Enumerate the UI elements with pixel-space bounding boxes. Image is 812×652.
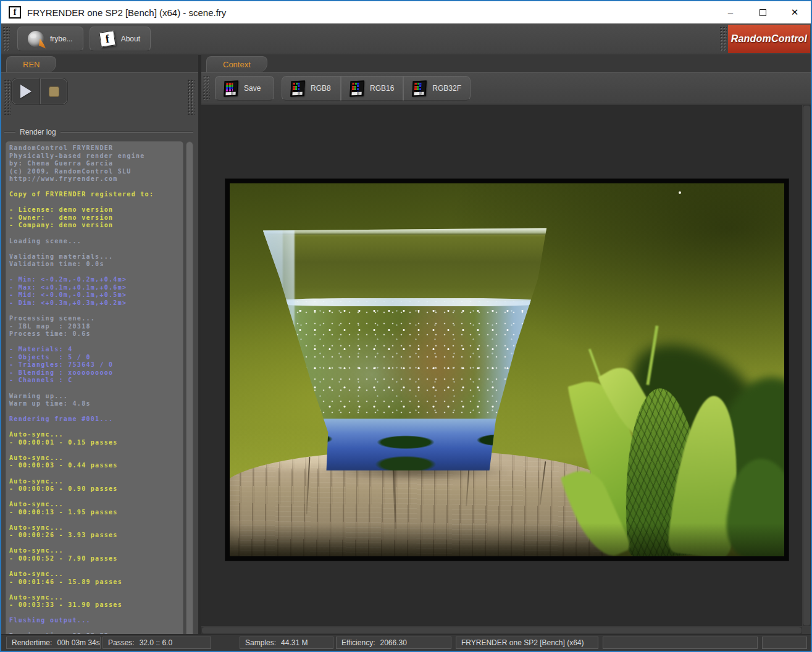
save-image-icon — [224, 80, 238, 96]
title-bar[interactable]: f FRYRENDER one SP2 [Bench] (x64) - scen… — [1, 1, 811, 23]
log-line: Loading scene... — [9, 238, 183, 246]
scrollbar-thumb[interactable] — [803, 106, 810, 625]
glass-upper — [263, 228, 548, 304]
maximize-icon — [760, 9, 766, 16]
rgb8-button[interactable]: RGB8 — [282, 76, 341, 101]
maximize-button[interactable] — [747, 1, 779, 23]
render-viewport[interactable] — [201, 105, 802, 626]
log-line: - 00:00:13 - 1.95 passes — [9, 509, 183, 517]
render-transport — [11, 78, 68, 105]
status-passes: Passes: 32.0 :: 6.0 — [103, 637, 211, 649]
log-line — [9, 625, 183, 633]
viewport-vertical-scrollbar[interactable] — [803, 105, 811, 626]
log-line — [9, 424, 183, 432]
stop-icon — [49, 86, 59, 97]
log-line: - 00:01:46 - 15.89 passes — [9, 579, 183, 587]
context-toolbar: Save RGB8 RGB16 RGB32F — [201, 72, 811, 104]
log-line: Flushing output... — [9, 617, 183, 625]
close-button[interactable]: ✕ — [779, 1, 811, 23]
logo-gripper[interactable] — [719, 26, 727, 51]
context-tabstrip: Context — [201, 55, 811, 72]
app-icon: f — [9, 6, 21, 19]
log-line: Auto-sync... — [9, 431, 183, 439]
log-line: - Dim: <+0.3m,+0.3m,+0.2m> — [9, 299, 183, 307]
status-samples: Samples: 44.31 M — [240, 637, 333, 649]
log-line: - Company: demo version — [9, 222, 183, 230]
render-panel: REN Render log RandomControl FRYRENDERPh… — [1, 55, 198, 634]
about-button[interactable]: f About — [90, 27, 151, 51]
status-efficiency: Efficiency: 2066.30 — [336, 637, 451, 649]
log-line: - Max: <+0.1m,+0.1m,+0.6m> — [9, 284, 183, 292]
dust-speck — [679, 191, 681, 194]
tab-ren[interactable]: REN — [6, 56, 56, 72]
right-gripper[interactable] — [187, 79, 195, 115]
log-line: Validating materials... — [9, 253, 183, 261]
scrollbar-thumb[interactable] — [186, 141, 193, 642]
log-line: Auto-sync... — [9, 547, 183, 555]
rgb8-label: RGB8 — [311, 84, 331, 93]
log-line: - Min: <-0.2m,-0.2m,+0.4m> — [9, 276, 183, 284]
log-line: - 00:00:03 - 0.44 passes — [9, 462, 183, 470]
main-area: REN Render log RandomControl FRYRENDERPh… — [1, 55, 811, 634]
log-line: Auto-sync... — [9, 524, 183, 532]
log-line — [9, 563, 183, 571]
scrollbar-thumb[interactable] — [202, 627, 802, 633]
log-line: RandomControl FRYRENDER — [9, 144, 183, 153]
log-line: Auto-sync... — [9, 594, 183, 602]
render-log[interactable]: RandomControl FRYRENDERPhysically-based … — [5, 141, 184, 642]
about-label: About — [121, 35, 140, 43]
rgb16-label: RGB16 — [370, 84, 394, 93]
render-log-label: Render log — [15, 128, 61, 136]
frybender-label: frybe... — [50, 35, 73, 43]
status-rendertime: Rendertime: 00h 03m 34s — [6, 637, 101, 649]
rgb-film-icon — [412, 80, 427, 96]
toolbar-gripper[interactable] — [2, 26, 10, 51]
log-line: by: Chema Guerra Garcia — [9, 160, 183, 168]
log-line: - Owner: demo version — [9, 214, 183, 222]
log-line: - Mid: <-0.0m,-0.1m,+0.5m> — [9, 291, 183, 299]
window-title: FRYRENDER one SP2 [Bench] (x64) - scene.… — [27, 7, 226, 18]
log-line — [9, 269, 183, 277]
log-line: Processing scene... — [9, 315, 183, 323]
context-toolbar-gripper[interactable] — [203, 75, 210, 101]
viewport-horizontal-scrollbar[interactable] — [201, 627, 802, 634]
log-line: Auto-sync... — [9, 570, 183, 579]
render-stop-button[interactable] — [40, 78, 67, 104]
log-line — [9, 493, 183, 501]
log-line: - 00:00:06 - 0.90 passes — [9, 485, 183, 493]
log-line: Auto-sync... — [9, 478, 183, 486]
frybender-button[interactable]: frybe... — [17, 27, 83, 51]
log-line — [9, 338, 183, 346]
status-empty — [762, 637, 807, 649]
log-line — [9, 586, 183, 594]
glass-rim — [263, 228, 548, 234]
log-line — [9, 385, 183, 393]
save-button[interactable]: Save — [215, 76, 274, 101]
left-gripper[interactable] — [4, 79, 11, 115]
log-line: - 00:00:01 - 0.15 passes — [9, 439, 183, 447]
log-line: (c) 2009, RandomControl SLU — [9, 168, 183, 176]
log-line: Auto-sync... — [9, 501, 183, 509]
vignette — [230, 523, 784, 556]
tab-context[interactable]: Context — [206, 56, 267, 72]
context-panel: Context Save RGB8 RGB16 — [201, 55, 811, 634]
divider — [61, 132, 193, 133]
log-line — [9, 516, 183, 524]
save-label: Save — [244, 84, 261, 93]
log-line — [9, 307, 183, 315]
rgb32f-button[interactable]: RGB32F — [403, 76, 471, 101]
minimize-button[interactable]: – — [714, 1, 747, 23]
log-line: - Materials: 4 — [9, 346, 183, 354]
rgb16-button[interactable]: RGB16 — [341, 76, 403, 101]
rgb-film-icon — [349, 80, 364, 96]
app-window: f FRYRENDER one SP2 [Bench] (x64) - scen… — [0, 0, 812, 652]
log-line — [9, 245, 183, 253]
status-empty — [603, 637, 758, 649]
render-start-button[interactable] — [12, 78, 40, 104]
log-line: - Triangles: 753643 / 0 — [9, 361, 183, 369]
log-vertical-scrollbar[interactable] — [185, 141, 194, 642]
log-line: Warm up time: 4.8s — [9, 400, 183, 408]
log-line: Auto-sync... — [9, 454, 183, 462]
log-line — [9, 199, 183, 207]
rendered-image — [225, 179, 789, 561]
